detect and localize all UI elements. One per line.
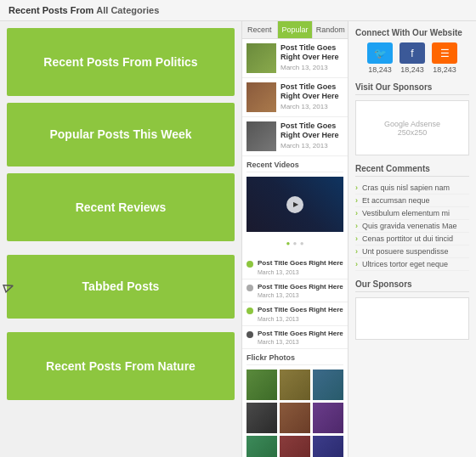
widget-label-nature: Recent Posts From Nature bbox=[37, 350, 204, 382]
flickr-thumb-9[interactable] bbox=[313, 436, 343, 457]
post-thumb-3 bbox=[246, 121, 276, 151]
flickr-thumb-4[interactable] bbox=[246, 403, 277, 433]
comment-6[interactable]: Ultrices tortor eget neque bbox=[355, 258, 469, 271]
facebook-count: 18,243 bbox=[400, 65, 424, 74]
comment-5[interactable]: Unt posuere suspendisse bbox=[355, 245, 469, 258]
social-twitter: 🐦 18,243 bbox=[367, 42, 393, 74]
play-button[interactable] bbox=[286, 196, 303, 213]
post-item-3: Post Title Goes Right Over Here March 13… bbox=[242, 117, 348, 156]
recent-post-title-4[interactable]: Post Title Goes Right Here bbox=[258, 330, 343, 338]
connect-title: Connect With Our Website bbox=[355, 28, 469, 37]
post-thumb-1 bbox=[246, 43, 276, 73]
recent-post-title-2[interactable]: Post Title Goes Right Here bbox=[258, 283, 343, 291]
twitter-icon[interactable]: 🐦 bbox=[367, 42, 393, 64]
recent-list-item-2: Post Title Goes Right Here March 13, 201… bbox=[242, 279, 348, 303]
middle-content: Recent Popular Random Post Title Goes Ri… bbox=[242, 21, 348, 457]
widget-recent-nature[interactable]: Recent Posts From Nature bbox=[7, 332, 235, 400]
recent-comments-title: Recent Comments bbox=[355, 164, 469, 177]
recent-post-date-3: March 13, 2013 bbox=[258, 316, 343, 322]
widget-label-politics: Recent Posts From Politics bbox=[35, 46, 206, 78]
tab-recent[interactable]: Recent bbox=[242, 21, 278, 38]
recent-list-item-4: Post Title Goes Right Here March 13, 201… bbox=[242, 326, 348, 350]
recent-post-title-1[interactable]: Post Title Goes Right Here bbox=[258, 259, 343, 268]
post-item-2: Post Title Goes Right Over Here March 13… bbox=[242, 78, 348, 117]
dot-4 bbox=[246, 331, 253, 338]
post-title-1[interactable]: Post Title Goes Right Over Here bbox=[280, 43, 343, 62]
recent-videos-label: Recent Videos bbox=[246, 161, 343, 172]
flickr-thumb-1[interactable] bbox=[246, 370, 277, 400]
widget-recent-reviews[interactable]: Recent Reviews bbox=[7, 173, 235, 241]
right-sidebar: Connect With Our Website 🐦 18,243 f 18,2… bbox=[348, 21, 476, 457]
tab-popular[interactable]: Popular bbox=[278, 21, 314, 38]
dot-1 bbox=[246, 261, 253, 268]
tabs-bar: Recent Popular Random bbox=[242, 21, 348, 39]
flickr-thumb-6[interactable] bbox=[313, 403, 343, 433]
comment-3[interactable]: Quis gravida venenatis Mae bbox=[355, 220, 469, 233]
widget-recent-politics[interactable]: Recent Posts From Politics bbox=[7, 28, 235, 96]
post-title-2[interactable]: Post Title Goes Right Over Here bbox=[280, 82, 343, 101]
sponsors-title: Visit Our Sponsors bbox=[355, 82, 469, 95]
flickr-thumb-3[interactable] bbox=[313, 370, 343, 400]
topbar-category: All Categories bbox=[96, 5, 159, 15]
widget-tabbed-posts[interactable]: Tabbed Posts bbox=[7, 255, 235, 319]
recent-list-item-1: Post Title Goes Right Here March 13, 201… bbox=[242, 256, 348, 279]
comment-0[interactable]: Cras quis nisl sapien nam bbox=[355, 182, 469, 195]
widget-label-tabbed: Tabbed Posts bbox=[74, 270, 168, 302]
main-layout: Recent Posts From Politics Popular Posts… bbox=[0, 21, 476, 457]
recent-post-date-1: March 13, 2013 bbox=[258, 269, 343, 275]
flickr-section: Flickr Photos bbox=[242, 349, 348, 457]
recent-videos-section: Recent Videos ● ● ● bbox=[242, 156, 348, 256]
flickr-thumb-7[interactable] bbox=[246, 436, 277, 457]
left-sidebar: Recent Posts From Politics Popular Posts… bbox=[0, 21, 242, 457]
adsense-text: Google Adsense 250x250 bbox=[384, 120, 440, 137]
post-title-3[interactable]: Post Title Goes Right Over Here bbox=[280, 121, 343, 140]
page-wrapper: Recent Posts From All Categories Recent … bbox=[0, 0, 476, 457]
post-date-2: March 13, 2013 bbox=[280, 103, 343, 110]
rss-count: 18,243 bbox=[433, 65, 456, 74]
facebook-icon[interactable]: f bbox=[400, 42, 425, 64]
tab-random[interactable]: Random bbox=[313, 21, 348, 38]
twitter-count: 18,243 bbox=[368, 65, 392, 74]
our-sponsors-title: Our Sponsors bbox=[355, 279, 469, 292]
social-row: 🐦 18,243 f 18,243 ☰ 18,243 bbox=[355, 42, 469, 74]
flickr-thumb-2[interactable] bbox=[280, 370, 310, 400]
recent-post-title-3[interactable]: Post Title Goes Right Here bbox=[258, 306, 343, 314]
video-dots: ● ● ● bbox=[246, 236, 343, 248]
post-thumb-2 bbox=[246, 82, 276, 112]
flickr-label: Flickr Photos bbox=[246, 353, 343, 365]
recent-post-date-4: March 13, 2013 bbox=[258, 339, 343, 345]
recent-list-item-3: Post Title Goes Right Here March 13, 201… bbox=[242, 302, 348, 326]
our-sponsors-box bbox=[355, 297, 469, 340]
flickr-thumb-5[interactable] bbox=[280, 403, 310, 433]
post-item-1: Post Title Goes Right Over Here March 13… bbox=[242, 39, 348, 78]
flickr-thumb-8[interactable] bbox=[280, 436, 310, 457]
top-bar: Recent Posts From All Categories bbox=[0, 0, 476, 21]
social-rss: ☰ 18,243 bbox=[432, 42, 457, 74]
widget-label-popular: Popular Posts This Week bbox=[41, 118, 200, 150]
flickr-grid bbox=[246, 370, 343, 457]
recent-post-date-2: March 13, 2013 bbox=[258, 292, 343, 298]
recent-list: Post Title Goes Right Here March 13, 201… bbox=[242, 256, 348, 349]
rss-icon[interactable]: ☰ bbox=[432, 42, 457, 64]
comments-list: Cras quis nisl sapien nam Et accumsan ne… bbox=[355, 182, 469, 271]
comment-2[interactable]: Vestibulum elementum mi bbox=[355, 207, 469, 220]
post-date-3: March 13, 2013 bbox=[280, 142, 343, 150]
comment-1[interactable]: Et accumsan neque bbox=[355, 195, 469, 207]
dot-3 bbox=[246, 307, 253, 314]
dot-2 bbox=[246, 285, 253, 291]
adsense-box[interactable]: Google Adsense 250x250 bbox=[355, 100, 469, 155]
widget-label-reviews: Recent Reviews bbox=[67, 191, 175, 223]
social-facebook: f 18,243 bbox=[400, 42, 425, 74]
post-date-1: March 13, 2013 bbox=[280, 64, 343, 71]
comment-4[interactable]: Cenas porttitor ut dui tincid bbox=[355, 233, 469, 245]
topbar-prefix: Recent Posts From bbox=[8, 5, 94, 15]
widget-popular-week[interactable]: Popular Posts This Week bbox=[7, 103, 235, 166]
video-thumb[interactable] bbox=[246, 177, 343, 232]
